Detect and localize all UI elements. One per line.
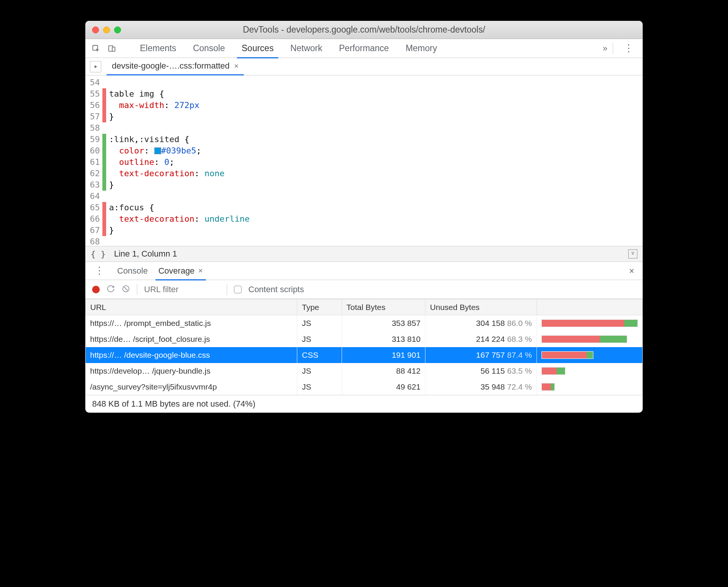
tab-network[interactable]: Network — [282, 39, 331, 58]
line-number: 60 — [90, 145, 100, 157]
column-header[interactable] — [537, 299, 642, 315]
cell-type: JS — [297, 379, 342, 395]
tab-performance[interactable]: Performance — [331, 39, 397, 58]
tab-memory[interactable]: Memory — [397, 39, 446, 58]
minimize-window-button[interactable] — [103, 27, 110, 33]
close-tab-icon[interactable]: × — [234, 62, 239, 70]
url-filter-input[interactable] — [144, 285, 220, 294]
content-scripts-checkbox[interactable] — [234, 286, 242, 293]
coverage-table: URLTypeTotal BytesUnused Bytes https://…… — [85, 299, 643, 395]
cell-usage-bar — [537, 315, 642, 331]
cell-usage-bar — [537, 347, 642, 363]
coverage-marker — [102, 157, 106, 168]
more-tabs-icon[interactable]: » — [598, 44, 613, 53]
cell-total-bytes: 49 621 — [342, 379, 425, 395]
coverage-marker — [102, 213, 106, 225]
file-tab[interactable]: devsite-google-….css:formatted × — [107, 58, 244, 75]
code-line[interactable]: text-decoration: underline — [109, 213, 250, 225]
drawer-tab-coverage[interactable]: Coverage× — [153, 262, 208, 280]
tab-console[interactable]: Console — [185, 39, 233, 58]
settings-menu-icon[interactable]: ⋮ — [620, 42, 637, 54]
code-line[interactable] — [109, 191, 250, 202]
devtools-window: DevTools - developers.google.com/web/too… — [85, 21, 643, 413]
coverage-row[interactable]: https://… /prompt_embed_static.jsJS353 8… — [86, 315, 643, 331]
reload-icon[interactable] — [107, 285, 115, 294]
drawer-tab-bar: ⋮ ConsoleCoverage× × — [85, 262, 643, 280]
close-drawer-tab-icon[interactable]: × — [198, 266, 203, 275]
coverage-marker — [102, 134, 106, 145]
code-line[interactable]: :link,:visited { — [109, 134, 250, 145]
code-line[interactable]: } — [109, 179, 250, 191]
line-number: 58 — [90, 122, 100, 134]
code-line[interactable]: table img { — [109, 88, 250, 100]
cell-usage-bar — [537, 331, 642, 347]
line-number: 62 — [90, 168, 100, 179]
line-number: 57 — [90, 111, 100, 122]
cell-total-bytes: 313 810 — [342, 331, 425, 347]
close-drawer-icon[interactable]: × — [626, 266, 637, 276]
coverage-row[interactable]: https://develop… /jquery-bundle.jsJS88 4… — [86, 363, 643, 379]
coverage-row[interactable]: https://… /devsite-google-blue.cssCSS191… — [86, 347, 643, 363]
line-number: 63 — [90, 179, 100, 191]
divider — [613, 43, 613, 54]
coverage-marker — [102, 168, 106, 179]
coverage-marker — [102, 202, 106, 213]
column-header[interactable]: URL — [86, 299, 297, 315]
file-tab-bar: devsite-google-….css:formatted × — [85, 58, 643, 75]
line-number: 56 — [90, 100, 100, 111]
coverage-marker — [102, 77, 106, 88]
code-line[interactable]: a:focus { — [109, 202, 250, 213]
record-button[interactable] — [92, 286, 100, 293]
column-header[interactable]: Unused Bytes — [425, 299, 537, 315]
line-number: 61 — [90, 157, 100, 168]
navigator-toggle-icon[interactable] — [90, 61, 101, 72]
column-header[interactable]: Total Bytes — [342, 299, 425, 315]
inspect-element-icon[interactable] — [91, 43, 101, 54]
titlebar: DevTools - developers.google.com/web/too… — [85, 21, 643, 39]
collapse-drawer-icon[interactable] — [628, 249, 637, 258]
clear-icon[interactable] — [122, 285, 130, 294]
coverage-toolbar: Content scripts — [85, 280, 643, 299]
coverage-marker — [102, 111, 106, 122]
code-line[interactable]: color: #039be5; — [109, 145, 250, 157]
column-header[interactable]: Type — [297, 299, 342, 315]
divider — [137, 284, 137, 295]
cell-unused-bytes: 56 11563.5 % — [425, 363, 537, 379]
coverage-row[interactable]: https://de… /script_foot_closure.jsJS313… — [86, 331, 643, 347]
line-number: 67 — [90, 225, 100, 236]
coverage-marker — [102, 88, 106, 100]
code-line[interactable] — [109, 77, 250, 88]
source-editor[interactable]: 545556575859606162636465666768 table img… — [85, 75, 643, 246]
drawer-tab-console[interactable]: Console — [112, 262, 153, 280]
tab-elements[interactable]: Elements — [132, 39, 185, 58]
drawer-menu-icon[interactable]: ⋮ — [91, 265, 108, 277]
code-line[interactable]: } — [109, 111, 250, 122]
coverage-marker — [102, 145, 106, 157]
line-number: 65 — [90, 202, 100, 213]
code-line[interactable]: } — [109, 225, 250, 236]
content-scripts-label: Content scripts — [248, 285, 304, 294]
line-number: 66 — [90, 213, 100, 225]
code-line[interactable] — [109, 236, 250, 246]
close-window-button[interactable] — [92, 27, 99, 33]
coverage-marker — [102, 100, 106, 111]
cell-url: https://… /devsite-google-blue.css — [86, 347, 297, 363]
cell-url: https://develop… /jquery-bundle.js — [86, 363, 297, 379]
svg-rect-2 — [112, 47, 115, 51]
tab-sources[interactable]: Sources — [233, 39, 282, 58]
code-line[interactable] — [109, 122, 250, 134]
device-toolbar-icon[interactable] — [107, 43, 117, 54]
code-line[interactable]: max-width: 272px — [109, 100, 250, 111]
main-toolbar: ElementsConsoleSourcesNetworkPerformance… — [85, 39, 643, 58]
coverage-row[interactable]: /async_survey?site=ylj5ifxusvvmr4pJS49 6… — [86, 379, 643, 395]
cell-type: JS — [297, 363, 342, 379]
cell-unused-bytes: 167 75787.4 % — [425, 347, 537, 363]
cell-total-bytes: 88 412 — [342, 363, 425, 379]
pretty-print-icon[interactable]: { } — [91, 249, 106, 259]
line-number: 64 — [90, 191, 100, 202]
code-line[interactable]: outline: 0; — [109, 157, 250, 168]
zoom-window-button[interactable] — [114, 27, 121, 33]
coverage-marker — [102, 122, 106, 134]
code-line[interactable]: text-decoration: none — [109, 168, 250, 179]
cell-url: /async_survey?site=ylj5ifxusvvmr4p — [86, 379, 297, 395]
